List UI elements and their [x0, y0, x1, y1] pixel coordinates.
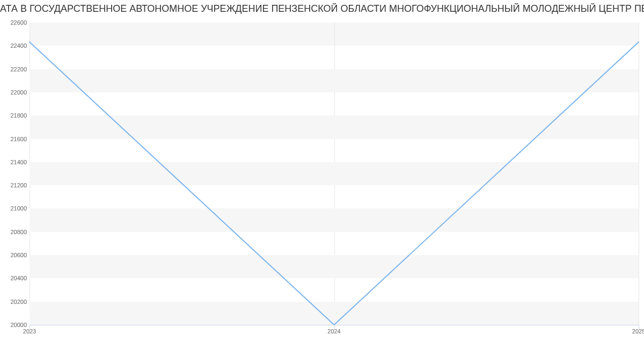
y-tick-label: 21800	[3, 112, 27, 119]
x-tick-label: 2023	[23, 328, 36, 335]
y-tick-label: 20000	[3, 322, 27, 328]
x-tick-label: 2024	[327, 328, 340, 335]
line-series	[30, 23, 639, 325]
series-path	[30, 42, 639, 325]
y-tick-label: 21200	[3, 182, 27, 188]
y-tick-label: 20400	[3, 275, 27, 281]
x-gridline	[639, 23, 639, 325]
y-tick-label: 22200	[3, 66, 27, 72]
y-tick-label: 21000	[3, 205, 27, 212]
chart-container: АТА В ГОСУДАРСТВЕННОЕ АВТОНОМНОЕ УЧРЕЖДЕ…	[0, 0, 644, 349]
plot-area	[30, 23, 639, 325]
y-tick-label: 20200	[3, 299, 27, 305]
chart-title: АТА В ГОСУДАРСТВЕННОЕ АВТОНОМНОЕ УЧРЕЖДЕ…	[0, 3, 644, 14]
y-tick-label: 22600	[3, 19, 27, 26]
x-tick-label: 2025	[632, 328, 644, 335]
y-tick-label: 21600	[3, 136, 27, 142]
y-tick-label: 20800	[3, 229, 27, 235]
y-tick-label: 21400	[3, 159, 27, 165]
y-tick-label: 22400	[3, 42, 27, 49]
y-tick-label: 22000	[3, 89, 27, 96]
y-tick-label: 20600	[3, 252, 27, 258]
x-axis-line	[30, 325, 639, 325]
